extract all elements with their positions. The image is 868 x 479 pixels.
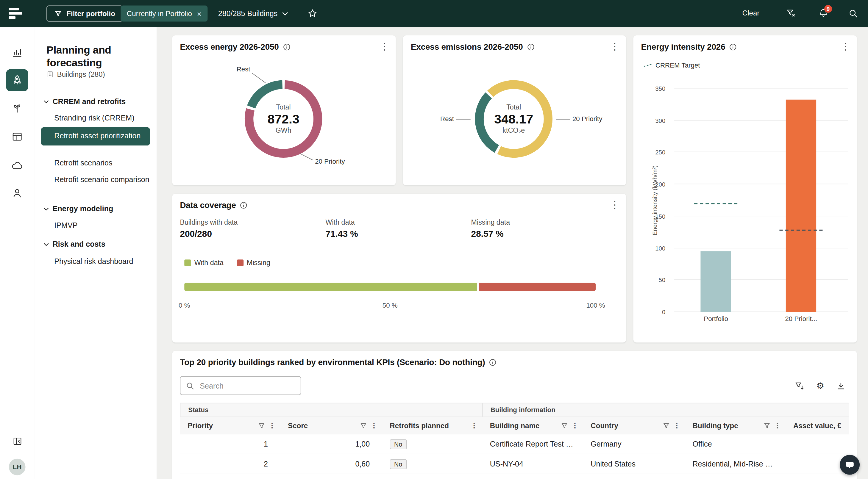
buildings-selector[interactable]: 280/285 Buildings (218, 6, 288, 22)
search-icon (186, 381, 194, 390)
favorite-star-icon[interactable] (308, 9, 317, 18)
card-menu-icon[interactable]: ⋮ (380, 42, 389, 52)
table-row[interactable]: 11,00NoCertificate Report Test -D...Germ… (180, 435, 849, 454)
retrofits-planned-badge: No (390, 459, 407, 469)
column-menu-icon[interactable]: ⋮ (269, 422, 276, 429)
rail-cloud-icon[interactable] (6, 154, 28, 177)
donut-center: Total 872.3 GWh (243, 78, 324, 160)
nav-item-retrofit-scenarios[interactable]: Retrofit scenarios (54, 159, 149, 168)
app-logo[interactable] (6, 4, 25, 25)
info-icon[interactable] (240, 201, 248, 209)
stat-with-data: With data 71.43 % (326, 219, 358, 239)
column-filter-icon[interactable] (764, 422, 770, 428)
column-header-retrofits-planned[interactable]: Retrofits planned⋮ (382, 417, 482, 434)
rail-seedling-icon[interactable] (6, 97, 28, 119)
column-menu-icon[interactable]: ⋮ (673, 422, 680, 429)
sidebar: Planning and forecasting Buildings (280)… (34, 27, 157, 479)
stat-label: With data (326, 219, 358, 226)
nav-section-risk-and-costs[interactable]: Risk and costs (44, 240, 105, 248)
nav-item-ipmvp[interactable]: IPMVP (54, 221, 149, 231)
chat-launcher-button[interactable] (840, 455, 860, 475)
info-icon[interactable] (283, 43, 290, 51)
nav-item-physical-risk-dashboard[interactable]: Physical risk dashboard (54, 257, 149, 266)
gridline (674, 152, 848, 152)
table-cell-score: 1,00 (280, 440, 382, 448)
notifications-bell-icon[interactable]: 9 (818, 8, 828, 18)
card-menu-icon[interactable]: ⋮ (610, 42, 619, 52)
energy-intensity-card: Energy intensity 2026 ⋮ CRREM Target Ene… (633, 35, 857, 343)
donut-center: Total 348.17 ktCO₂e (473, 78, 555, 160)
user-avatar[interactable]: LH (9, 459, 26, 475)
nav-section-energy-modeling[interactable]: Energy modeling (44, 205, 113, 213)
card-title: Top 20 priority buildings ranked by envi… (180, 357, 485, 367)
donut-center-label: Total (276, 103, 291, 111)
chip-close-icon[interactable]: × (197, 9, 202, 18)
rail-analytics-icon[interactable] (6, 41, 28, 63)
gridline (674, 88, 848, 89)
download-icon[interactable] (836, 382, 845, 391)
y-tick-label: 0 (662, 309, 665, 315)
nav-item-retrofit-scenario-comparison[interactable]: Retrofit scenario comparison (54, 175, 149, 185)
table-search[interactable] (180, 376, 301, 395)
column-filter-icon[interactable] (561, 422, 567, 428)
rail-planning-rocket-icon[interactable] (6, 69, 28, 91)
legend-swatch (184, 259, 191, 266)
column-filter-icon[interactable] (258, 422, 264, 428)
column-filter-icon[interactable] (663, 422, 669, 428)
table-cell-priority: 2 (180, 460, 280, 468)
column-header-country[interactable]: Country⋮ (583, 417, 685, 434)
energy-intensity-plot (674, 89, 848, 312)
rail-table-icon[interactable] (6, 126, 28, 148)
collapse-sidebar-icon[interactable] (6, 430, 28, 452)
excess-energy-card: Excess energy 2026-2050 ⋮ Total 872.3 GW… (172, 35, 396, 185)
portfolio-filter-chip[interactable]: Currently in Portfolio × (121, 6, 208, 22)
donut-center-unit: ktCO₂e (502, 127, 525, 134)
nav-item-retrofit-asset-prioritization[interactable]: Retrofit asset prioritization (41, 127, 150, 145)
x-category-label: Portfolio (704, 315, 728, 322)
column-menu-icon[interactable]: ⋮ (774, 422, 781, 429)
column-header-label: Score (288, 421, 308, 429)
card-menu-icon[interactable]: ⋮ (610, 200, 619, 210)
filter-portfolio-button[interactable]: Filter portfolio (46, 6, 123, 22)
info-icon[interactable] (489, 358, 497, 366)
info-icon[interactable] (527, 43, 535, 51)
y-tick-label: 150 (655, 213, 665, 220)
column-header-score[interactable]: Score⋮ (280, 417, 382, 434)
table-row[interactable]: 20,60NoUS-NY-04United StatesResidential,… (180, 454, 849, 474)
bar-20-priorit-[interactable] (786, 99, 816, 312)
column-filter-icon[interactable] (361, 422, 366, 428)
table-group-row: StatusBuilding information (180, 403, 849, 417)
column-header-asset-value-[interactable]: Asset value, € (785, 417, 849, 434)
search-icon[interactable] (849, 9, 858, 19)
table-cell-building-name: US-NY-04 (482, 460, 583, 468)
settings-gear-icon[interactable]: ⚙ (816, 382, 824, 391)
column-menu-icon[interactable]: ⋮ (571, 422, 578, 429)
legend-swatch (237, 259, 244, 266)
y-tick-label: 350 (655, 85, 665, 92)
clear-filters-button[interactable]: Clear (742, 9, 760, 17)
rail-user-icon[interactable] (6, 182, 28, 204)
y-tick-label: 250 (655, 149, 665, 156)
column-menu-icon[interactable]: ⋮ (471, 422, 478, 429)
nav-section-crrem-and-retrofits[interactable]: CRREM and retrofits (44, 97, 126, 106)
nav-item-stranding-risk-crrem[interactable]: Stranding risk (CRREM) (54, 114, 149, 123)
column-header-building-name[interactable]: Building name⋮ (482, 417, 583, 434)
nav-section-label: Energy modeling (53, 205, 114, 213)
dashed-line-icon (643, 62, 652, 68)
card-menu-icon[interactable]: ⋮ (841, 42, 850, 52)
retrofits-planned-badge: No (390, 439, 407, 449)
filter-tool-icon[interactable] (795, 382, 804, 391)
stat-label: Buildings with data (180, 219, 238, 226)
search-input[interactable] (199, 381, 290, 390)
gridline (674, 248, 848, 248)
nav-section-label: CRREM and retrofits (53, 97, 126, 106)
leader-line (456, 119, 470, 120)
leader-line (556, 119, 570, 120)
donut-label-rest: Rest (223, 65, 250, 73)
bar-portfolio[interactable] (701, 251, 731, 312)
column-header-priority[interactable]: Priority⋮ (180, 417, 280, 434)
info-icon[interactable] (729, 43, 737, 51)
column-header-building-type[interactable]: Building type⋮ (685, 417, 785, 434)
filter-clear-icon[interactable] (787, 9, 796, 17)
column-menu-icon[interactable]: ⋮ (370, 422, 377, 429)
